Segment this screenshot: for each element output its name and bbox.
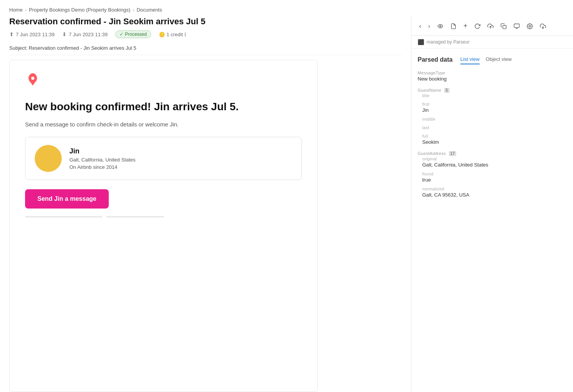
date1-value: 7 Jun 2023 11:39 xyxy=(16,32,54,37)
status-label: Processed xyxy=(125,32,147,37)
toolbar-doc-btn[interactable] xyxy=(447,21,460,32)
doc-title: Reservation confirmed - Jin Seokim arriv… xyxy=(9,17,402,27)
main-layout: Reservation confirmed - Jin Seokim arriv… xyxy=(0,17,573,392)
meta-date2: ⬇ 7 Jun 2023 11:39 xyxy=(62,31,107,37)
upload-icon: ⬆ xyxy=(9,31,14,37)
guest-since: On Airbnb since 2014 xyxy=(69,164,135,170)
subfield-key-found: found xyxy=(422,172,567,176)
svg-point-0 xyxy=(440,25,441,27)
download-icon xyxy=(540,23,546,29)
doc-subject: Subject: Reservation confirmed - Jin Seo… xyxy=(9,41,402,55)
date2-value: 7 Jun 2023 11:39 xyxy=(69,32,107,37)
subfield-key-first: first xyxy=(422,102,567,106)
field-guest-address: GuestAddress 17 original Galt, Californi… xyxy=(418,151,567,198)
subfield-key-original: original xyxy=(422,156,567,161)
guest-card: Jin Galt, California, United States On A… xyxy=(25,137,302,180)
subfield-key-title: title xyxy=(422,93,567,98)
status-badge: ✓ Processed xyxy=(115,30,151,38)
svg-rect-2 xyxy=(503,25,506,29)
breadcrumb-bookings[interactable]: Property Bookings Demo (Property Booking… xyxy=(29,7,130,13)
breadcrumb-documents[interactable]: Documents xyxy=(137,7,162,13)
subfield-value-original: Galt, California, United States xyxy=(422,162,567,168)
monitor-icon xyxy=(514,23,520,29)
field-value-message-type: New booking xyxy=(418,76,567,82)
subfield-normalized: normalized Galt, CA 95632, USA xyxy=(422,187,567,198)
tab-object-view[interactable]: Object view xyxy=(486,55,512,64)
doc-meta: ⬆ 7 Jun 2023 11:39 ⬇ 7 Jun 2023 11:39 ✓ … xyxy=(9,30,402,38)
subfield-full: full Seokim xyxy=(422,134,567,145)
guest-address-badge: 17 xyxy=(449,151,457,156)
toolbar-preview-btn[interactable] xyxy=(511,21,523,32)
refresh-icon xyxy=(474,23,480,29)
parsed-data-panel: Parsed data List view Object view Messag… xyxy=(411,49,573,392)
breadcrumb-home[interactable]: Home xyxy=(9,7,23,13)
svg-point-6 xyxy=(529,25,531,27)
email-heading: New booking confirmed! Jin arrives Jul 5… xyxy=(25,100,302,113)
toolbar-add-btn[interactable]: + xyxy=(460,20,471,32)
parsed-header: Parsed data List view Object view xyxy=(418,55,567,64)
upload-icon xyxy=(487,23,494,29)
check-icon: ✓ xyxy=(120,32,123,37)
credit-value: 1 credit xyxy=(167,32,183,37)
field-message-type: MessageType New booking xyxy=(418,71,567,82)
subfield-found: found true xyxy=(422,172,567,183)
doc-area: Reservation confirmed - Jin Seokim arriv… xyxy=(0,17,411,392)
subfield-middle: middle xyxy=(422,117,567,121)
info-icon: ℹ xyxy=(184,32,186,37)
toolbar-refresh-btn[interactable] xyxy=(471,21,484,32)
field-key-message-type: MessageType xyxy=(418,71,567,75)
toolbar-view-btn[interactable] xyxy=(434,21,447,32)
managed-by: ⬛ managed by Parseur xyxy=(411,36,573,49)
download-icon: ⬇ xyxy=(62,31,67,37)
svg-rect-3 xyxy=(514,24,519,27)
subfield-value-first: Jin xyxy=(422,107,567,113)
meta-date1: ⬆ 7 Jun 2023 11:39 xyxy=(9,31,54,37)
layers-icon: ⬛ xyxy=(418,39,424,45)
toolbar: ‹ › + xyxy=(411,17,573,36)
tab-list-view[interactable]: List view xyxy=(460,55,480,64)
breadcrumb: Home › Property Bookings Demo (Property … xyxy=(0,0,573,17)
send-message-button[interactable]: Send Jin a message xyxy=(25,189,109,209)
toolbar-download-btn[interactable] xyxy=(537,21,549,32)
copy-icon xyxy=(501,23,507,29)
subfield-value-normalized: Galt, CA 95632, USA xyxy=(422,192,567,198)
airbnb-logo-svg xyxy=(25,72,40,87)
subfield-value-full: Seokim xyxy=(422,139,567,145)
page: Home › Property Bookings Demo (Property … xyxy=(0,0,573,392)
subfield-key-full: full xyxy=(422,134,567,138)
file-icon xyxy=(450,23,457,29)
field-key-guest-name: GuestName 5 xyxy=(418,88,567,93)
guest-location: Galt, California, United States xyxy=(69,157,135,163)
bottom-line-1 xyxy=(25,216,102,217)
toolbar-settings-btn[interactable] xyxy=(524,21,536,32)
subfield-key-normalized: normalized xyxy=(422,187,567,191)
breadcrumb-sep-2: › xyxy=(133,7,134,13)
guest-name: Jin xyxy=(69,147,135,155)
managed-label: managed by Parseur xyxy=(426,39,469,45)
parsed-data-title: Parsed data xyxy=(418,56,453,63)
toolbar-upload-btn[interactable] xyxy=(484,21,497,32)
settings-icon xyxy=(527,23,533,29)
field-guest-name: GuestName 5 title first Jin middle xyxy=(418,88,567,145)
bottom-line-2 xyxy=(106,216,164,217)
credit-badge: 🪙 1 credit ℹ xyxy=(159,32,187,37)
guest-avatar xyxy=(35,145,62,172)
email-frame: New booking confirmed! Jin arrives Jul 5… xyxy=(9,60,318,392)
breadcrumb-sep-1: › xyxy=(25,7,27,13)
email-subtext: Send a message to confirm check-in detai… xyxy=(25,121,302,128)
toolbar-back-btn[interactable]: ‹ xyxy=(416,20,424,32)
guest-info: Jin Galt, California, United States On A… xyxy=(69,147,135,170)
subfield-original: original Galt, California, United States xyxy=(422,156,567,168)
right-panel: ‹ › + xyxy=(411,17,573,392)
guest-name-badge: 5 xyxy=(444,88,450,93)
credit-icon: 🪙 xyxy=(159,32,165,37)
eye-icon xyxy=(437,23,443,29)
toolbar-copy-btn[interactable] xyxy=(497,21,510,32)
toolbar-forward-btn[interactable]: › xyxy=(425,20,433,32)
subfield-first: first Jin xyxy=(422,102,567,113)
doc-header: Reservation confirmed - Jin Seokim arriv… xyxy=(9,17,402,41)
field-key-guest-address: GuestAddress 17 xyxy=(418,151,567,156)
subfield-last: last xyxy=(422,125,567,130)
subfield-key-last: last xyxy=(422,125,567,130)
airbnb-logo xyxy=(25,72,302,88)
